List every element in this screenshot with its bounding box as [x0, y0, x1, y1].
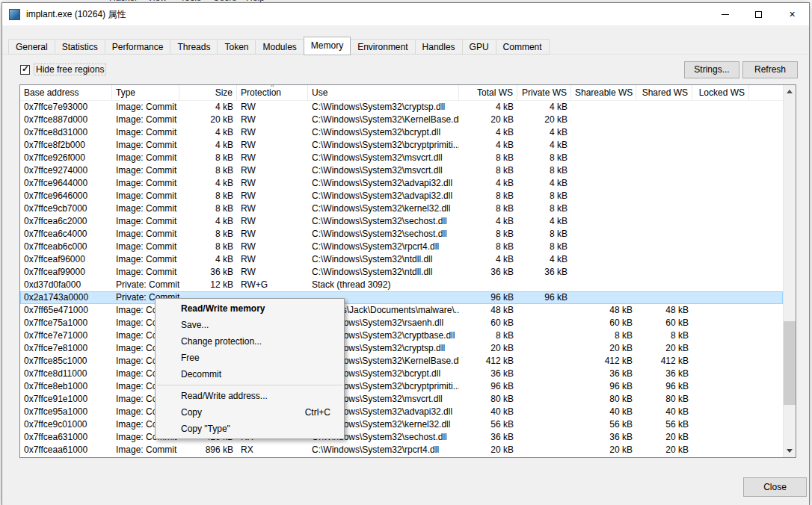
column-header-type[interactable]: Type [112, 85, 179, 100]
scroll-down-button[interactable] [784, 444, 796, 457]
table-row[interactable]: 0x7ffce75a1000Image: CommitC:\Windows\Sy… [20, 317, 783, 329]
tab-statistics[interactable]: Statistics [55, 39, 105, 55]
table-row[interactable]: 0x7ffce7e93000Image: Commit4 kBRWC:\Wind… [20, 101, 783, 114]
tab-general[interactable]: General [8, 39, 55, 55]
cell-type: Image: Commit [112, 241, 179, 253]
table-row[interactable]: 0x7ffce95a1000Image: CommitC:\Windows\Sy… [20, 406, 783, 418]
close-window-button[interactable]: × [775, 3, 809, 25]
tab-environment[interactable]: Environment [350, 39, 415, 55]
menu-item-copy-type[interactable]: Copy "Type" [156, 421, 344, 437]
cell-private-ws: 8 kB [517, 241, 571, 253]
table-row[interactable]: 0x7ffcea6c2000Image: Commit4 kBRWC:\Wind… [20, 215, 783, 228]
tab-threads[interactable]: Threads [170, 39, 218, 55]
minimize-button[interactable] [708, 3, 742, 25]
vertical-scrollbar[interactable] [783, 85, 796, 457]
tab-gpu[interactable]: GPU [462, 39, 496, 55]
menu-shortcut: Ctrl+C [305, 404, 330, 421]
table-row[interactable]: 0x7ffce85c1000Image: CommitC:\Windows\Sy… [20, 355, 783, 368]
menu-item-read-write-memory[interactable]: Read/Write memory [156, 300, 344, 317]
cell-locked-ws [692, 355, 749, 368]
tab-performance[interactable]: Performance [105, 39, 171, 55]
table-row[interactable]: 0x7ffceaa61000Image: Commit896 kBRXC:\Wi… [20, 444, 783, 456]
close-button[interactable]: Close [743, 477, 807, 497]
menu-item-save[interactable]: Save... [156, 317, 344, 333]
table-row[interactable]: 0x7ffce8eb1000Image: CommitC:\Windows\Sy… [20, 380, 783, 393]
cell-shareable-ws: 412 kB [571, 355, 636, 368]
table-row[interactable]: 0x7ffce9cb7000Image: Commit8 kBRWC:\Wind… [20, 202, 783, 215]
menu-item-change-protection[interactable]: Change protection... [156, 333, 344, 350]
cell-locked-ws [692, 317, 749, 329]
column-header-shared-ws[interactable]: Shared WS [636, 85, 692, 100]
table-row[interactable]: 0x7ffceab6c000Image: Commit8 kBRWC:\Wind… [20, 241, 783, 253]
tab-memory[interactable]: Memory [304, 37, 351, 55]
tab-handles[interactable]: Handles [415, 39, 463, 55]
maximize-button[interactable] [742, 3, 775, 25]
column-header-private-ws[interactable]: Private WS [517, 85, 571, 100]
refresh-button[interactable]: Refresh [742, 61, 798, 78]
window-controls: × [708, 3, 809, 25]
table-row[interactable]: 0x7ffce8f2b000Image: Commit4 kBRWC:\Wind… [20, 139, 783, 152]
table-row[interactable]: 0x7ffce8d11000Image: CommitC:\Windows\Sy… [20, 368, 783, 380]
table-row[interactable]: 0x7ffce9c01000Image: CommitC:\Windows\Sy… [20, 418, 783, 431]
cell-shared-ws: 20 kB [636, 444, 692, 456]
cell-total-ws: 20 kB [459, 114, 517, 126]
cell-base-address: 0x7ffce8d11000 [20, 368, 112, 380]
column-header-total-ws[interactable]: Total WS [459, 85, 517, 100]
scrollbar-thumb[interactable] [784, 321, 796, 405]
tab-modules[interactable]: Modules [255, 39, 304, 55]
table-row[interactable]: 0x7ffce91e1000Image: CommitC:\Windows\Sy… [20, 393, 783, 406]
cell-base-address: 0x7ffce8eb1000 [20, 380, 112, 393]
cell-size: 4 kB [179, 253, 237, 266]
table-row[interactable]: 0x7ffce8d31000Image: Commit4 kBRWC:\Wind… [20, 126, 783, 139]
table-row[interactable]: 0x7ffce7e71000Image: CommitC:\Windows\Sy… [20, 329, 783, 342]
cell-base-address: 0x7ffcea6c4000 [20, 228, 112, 241]
table-row[interactable]: 0x7ffceaf99000Image: Commit36 kBRWC:\Win… [20, 266, 783, 279]
column-header-use[interactable]: Use [308, 85, 459, 100]
column-header-size[interactable]: Size [179, 85, 237, 100]
cell-shared-ws: 60 kB [636, 317, 692, 329]
menu-item-read-write-address[interactable]: Read/Write address... [156, 388, 344, 404]
hide-free-regions-checkbox[interactable] [20, 65, 30, 75]
column-header-locked-ws[interactable]: Locked WS [692, 85, 749, 100]
cell-base-address: 0x7ffce9274000 [20, 164, 112, 177]
table-row[interactable]: 0x7ffcea631000Image: Commit416 kBRXC:\Wi… [20, 431, 783, 444]
cell-private-ws [517, 317, 571, 329]
column-header-protection[interactable]: Protection^ [237, 85, 308, 100]
menu-item-copy[interactable]: CopyCtrl+C [156, 404, 344, 421]
title-bar[interactable]: implant.exe (10264) 属性 × [2, 3, 809, 25]
scroll-up-button[interactable] [784, 85, 796, 98]
cell-shareable-ws: 56 kB [571, 418, 636, 431]
cell-private-ws: 4 kB [517, 139, 571, 152]
cell-protection: RW [237, 139, 308, 152]
table-row[interactable]: 0xd37d0fa000Private: Commit12 kBRW+GStac… [20, 279, 783, 291]
cell-locked-ws [692, 215, 749, 228]
hide-free-regions-label[interactable]: Hide free regions [34, 64, 105, 75]
table-row[interactable]: 0x7ffceaf96000Image: Commit4 kBRWC:\Wind… [20, 253, 783, 266]
menu-item-label: Decommit [181, 369, 221, 379]
cell-total-ws: 4 kB [459, 177, 517, 190]
cell-type: Image: Commit [112, 215, 179, 228]
cell-size: 4 kB [179, 215, 237, 228]
cell-protection: RW [237, 177, 308, 190]
table-row[interactable]: 0x7ff65e471000Image: CommitC:\Users\Jack… [20, 304, 783, 317]
column-label: Locked WS [699, 87, 745, 98]
cell-protection: RW [237, 253, 308, 266]
cell-size: 8 kB [179, 228, 237, 241]
cell-shareable-ws: 96 kB [571, 380, 636, 393]
column-header-base-address[interactable]: Base address [20, 85, 112, 100]
tab-comment[interactable]: Comment [496, 39, 550, 55]
table-row[interactable]: 0x7ffce926f000Image: Commit8 kBRWC:\Wind… [20, 152, 783, 164]
cell-shareable-ws [571, 101, 636, 114]
column-header-shareable-ws[interactable]: Shareable WS [571, 85, 636, 100]
table-row[interactable]: 0x7ffce9646000Image: Commit8 kBRWC:\Wind… [20, 190, 783, 202]
strings-button[interactable]: Strings... [684, 61, 739, 78]
menu-item-free[interactable]: Free [156, 350, 344, 366]
table-row[interactable]: 0x7ffce9274000Image: Commit8 kBRWC:\Wind… [20, 164, 783, 177]
table-row[interactable]: 0x7ffce887d000Image: Commit20 kBRWC:\Win… [20, 114, 783, 126]
table-row-selected[interactable]: 0x2a1743a0000Private: Commit96 kB96 kB [20, 291, 783, 304]
tab-token[interactable]: Token [217, 39, 256, 55]
menu-item-decommit[interactable]: Decommit [156, 366, 344, 382]
table-row[interactable]: 0x7ffcea6c4000Image: Commit8 kBRWC:\Wind… [20, 228, 783, 241]
table-row[interactable]: 0x7ffce9644000Image: Commit4 kBRWC:\Wind… [20, 177, 783, 190]
table-row[interactable]: 0x7ffce7e81000Image: CommitC:\Windows\Sy… [20, 342, 783, 355]
